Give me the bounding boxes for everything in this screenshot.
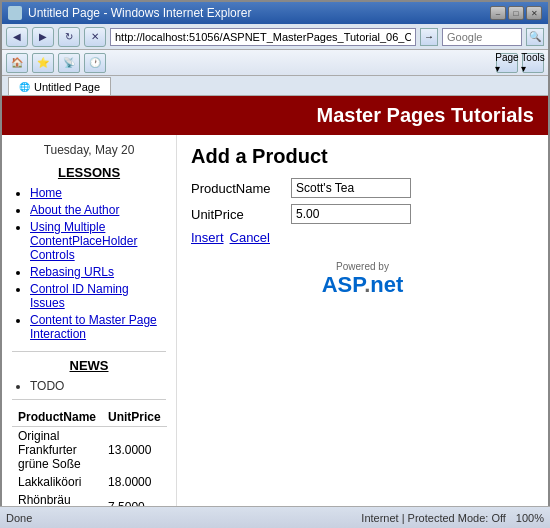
address-input[interactable] — [110, 28, 416, 46]
feeds-icon[interactable]: 📡 — [58, 53, 80, 73]
product-name-cell: Lakkaliköori — [12, 473, 102, 491]
nav-item-interaction[interactable]: Content to Master Page Interaction — [30, 313, 166, 341]
insert-button[interactable]: Insert — [191, 230, 224, 245]
header-title: Master Pages Tutorials — [317, 104, 534, 126]
table-row: Original Frankfurter grüne Soße13.0000 — [12, 427, 167, 474]
col-product-name: ProductName — [12, 408, 102, 427]
security-status: Internet | Protected Mode: Off — [361, 512, 506, 524]
status-bar: Done Internet | Protected Mode: Off 100% — [0, 506, 550, 528]
sidebar-date: Tuesday, May 20 — [12, 143, 166, 157]
news-section: TODO — [12, 379, 166, 393]
unit-price-cell: 13.0000 — [102, 427, 167, 474]
nav-link-home[interactable]: Home — [30, 186, 62, 200]
window-title: Untitled Page - Windows Internet Explore… — [28, 6, 251, 20]
tab-label: Untitled Page — [34, 81, 100, 93]
nav-link-interaction[interactable]: Content to Master Page Interaction — [30, 313, 157, 341]
table-row: Lakkaliköori18.0000 — [12, 473, 167, 491]
home-icon[interactable]: 🏠 — [6, 53, 28, 73]
nav-item-multiplaceholder[interactable]: Using Multiple ContentPlaceHolder Contro… — [30, 220, 166, 262]
unit-price-input[interactable] — [291, 204, 411, 224]
nav-item-controlid[interactable]: Control ID Naming Issues — [30, 282, 166, 310]
news-title: NEWS — [12, 358, 166, 373]
nav-item-rebasing[interactable]: Rebasing URLs — [30, 265, 166, 279]
status-done: Done — [6, 512, 32, 524]
lessons-title: LESSONS — [12, 165, 166, 180]
aspnet-net: net — [370, 272, 403, 297]
sidebar-divider2 — [12, 399, 166, 400]
nav-link-author[interactable]: About the Author — [30, 203, 119, 217]
nav-link-controlid[interactable]: Control ID Naming Issues — [30, 282, 129, 310]
news-item-todo: TODO — [30, 379, 166, 393]
browser-icon — [8, 6, 22, 20]
product-name-row: ProductName — [191, 178, 534, 198]
aspnet-logo: Powered by ASP.net — [191, 261, 534, 298]
maximize-button[interactable]: □ — [508, 6, 524, 20]
history-icon[interactable]: 🕐 — [84, 53, 106, 73]
product-name-input[interactable] — [291, 178, 411, 198]
col-unit-price: UnitPrice — [102, 408, 167, 427]
page-menu-button[interactable]: Page ▾ — [496, 53, 518, 73]
content-area: Add a Product ProductName UnitPrice Inse… — [177, 135, 548, 509]
unit-price-label: UnitPrice — [191, 207, 291, 222]
close-button[interactable]: ✕ — [526, 6, 542, 20]
tab-icon: 🌐 — [19, 82, 30, 92]
product-name-label: ProductName — [191, 181, 291, 196]
form-actions: Insert Cancel — [191, 230, 534, 245]
sidebar: Tuesday, May 20 LESSONS Home About the A… — [2, 135, 177, 509]
cancel-button[interactable]: Cancel — [230, 230, 270, 245]
forward-button[interactable]: ▶ — [32, 27, 54, 47]
tab-area: 🌐 Untitled Page — [2, 76, 548, 96]
product-name-cell: Original Frankfurter grüne Soße — [12, 427, 102, 474]
header-banner: Master Pages Tutorials — [2, 96, 548, 135]
search-input[interactable] — [442, 28, 522, 46]
powered-by-text: Powered by — [191, 261, 534, 272]
back-button[interactable]: ◀ — [6, 27, 28, 47]
nav-link-multiplaceholder[interactable]: Using Multiple ContentPlaceHolder Contro… — [30, 220, 137, 262]
zoom-level: 100% — [516, 512, 544, 524]
nav-link-rebasing[interactable]: Rebasing URLs — [30, 265, 114, 279]
lessons-nav: Home About the Author Using Multiple Con… — [12, 186, 166, 341]
nav-item-home[interactable]: Home — [30, 186, 166, 200]
address-bar: ◀ ▶ ↻ ✕ → 🔍 — [2, 24, 548, 50]
search-go-button[interactable]: 🔍 — [526, 28, 544, 46]
page-title: Add a Product — [191, 145, 534, 168]
page-tab[interactable]: 🌐 Untitled Page — [8, 77, 111, 95]
main-layout: Tuesday, May 20 LESSONS Home About the A… — [2, 135, 548, 509]
refresh-button[interactable]: ↻ — [58, 27, 80, 47]
window-controls[interactable]: – □ ✕ — [490, 6, 542, 20]
unit-price-cell: 18.0000 — [102, 473, 167, 491]
title-bar: Untitled Page - Windows Internet Explore… — [2, 2, 548, 24]
status-right: Internet | Protected Mode: Off 100% — [361, 512, 544, 524]
sidebar-divider — [12, 351, 166, 352]
aspnet-asp: ASP — [322, 272, 364, 297]
unit-price-row: UnitPrice — [191, 204, 534, 224]
nav-item-author[interactable]: About the Author — [30, 203, 166, 217]
tools-menu-button[interactable]: Tools ▾ — [522, 53, 544, 73]
aspnet-brand: ASP.net — [191, 272, 534, 298]
go-button[interactable]: → — [420, 28, 438, 46]
favorites-icon[interactable]: ⭐ — [32, 53, 54, 73]
minimize-button[interactable]: – — [490, 6, 506, 20]
toolbar: 🏠 ⭐ 📡 🕐 Page ▾ Tools ▾ — [2, 50, 548, 76]
products-table: ProductName UnitPrice Original Frankfurt… — [12, 408, 167, 509]
stop-button[interactable]: ✕ — [84, 27, 106, 47]
